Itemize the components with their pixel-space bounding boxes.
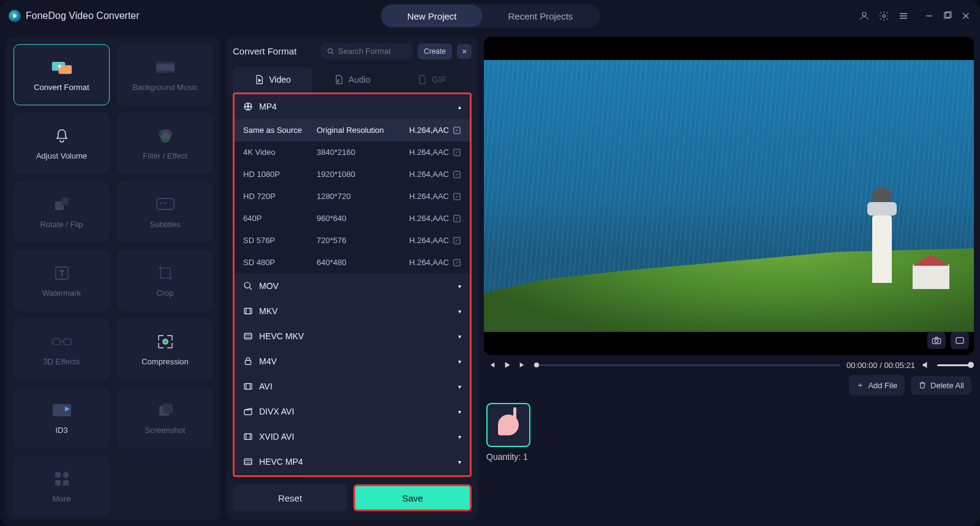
tool-label: Crop [156,288,173,298]
edit-icon[interactable] [453,126,461,135]
edit-icon[interactable] [453,170,461,179]
tool-label: Compression [141,357,189,366]
format-group-divx-avi[interactable]: DIVX AVI▾ [235,399,470,424]
svg-point-30 [247,103,249,105]
tool-rotate-flip[interactable]: Rotate / Flip [13,181,110,242]
format-group-m4v[interactable]: M4V▾ [235,349,470,374]
chevron-down-icon: ▾ [458,358,461,365]
format-list-highlight: MP4 ▴ Same as Source Original Resolution… [233,92,472,477]
preset-row[interactable]: Same as Source Original Resolution H.264… [235,119,470,141]
audio-file-icon [334,75,344,85]
progress-bar[interactable] [534,364,840,366]
svg-point-0 [862,12,866,16]
format-group-hevc-mp4[interactable]: HEVC MP4▾ [235,449,470,475]
snapshot-button[interactable] [927,332,946,349]
delete-all-button[interactable]: Delete All [911,376,971,395]
format-tab-audio[interactable]: Audio [312,67,392,92]
project-tabs: New Project Recent Projects [380,4,600,28]
svg-point-1 [883,15,886,18]
format-group-mp4[interactable]: MP4 ▴ [235,94,470,119]
svg-rect-23 [55,472,61,478]
edit-icon[interactable] [453,192,461,201]
edit-icon[interactable] [453,236,461,245]
next-icon[interactable] [518,360,528,370]
edit-icon[interactable] [453,214,461,223]
preset-row[interactable]: SD 576P720*576H.264,AAC [235,230,470,252]
prev-icon[interactable] [486,360,496,370]
volume-icon[interactable] [921,360,931,370]
tab-new-project[interactable]: New Project [382,5,483,27]
lock-icon [243,356,253,366]
trash-icon [918,381,927,389]
tool-id3[interactable]: ID3 [13,387,110,448]
svg-point-50 [935,339,938,342]
glasses-3d-icon [51,333,73,351]
maximize-icon[interactable] [942,10,953,21]
subtitles-icon [154,195,176,214]
gear-icon[interactable] [878,10,889,21]
play-icon[interactable] [502,360,512,370]
save-button[interactable]: Save [353,484,472,511]
tool-background-music[interactable]: Background Music [117,44,213,105]
video-preview [484,37,974,355]
add-file-button[interactable]: ＋ Add File [849,375,905,396]
tool-filter-effect[interactable]: Filter / Effect [117,113,213,174]
chevron-down-icon: ▾ [458,283,461,290]
svg-rect-24 [62,471,70,479]
tool-label: Rotate / Flip [40,220,83,229]
edit-icon[interactable] [453,258,461,267]
tool-compression[interactable]: Compression [117,318,213,380]
tool-convert-format[interactable]: Convert Format [13,44,110,105]
screenshot-icon [154,401,176,419]
minimize-icon[interactable] [924,10,935,21]
media-thumbnail[interactable] [486,403,530,447]
tool-watermark[interactable]: T Watermark [13,250,110,311]
svg-point-33 [245,106,246,107]
svg-rect-20 [53,404,71,416]
format-group-mov[interactable]: MOV▾ [235,274,470,299]
edit-icon[interactable] [453,148,461,157]
create-button[interactable]: Create [418,43,452,59]
tool-more[interactable]: More [13,456,110,517]
music-film-icon [154,58,176,77]
format-tab-video[interactable]: Video [233,67,312,92]
svg-rect-14 [157,198,174,209]
tool-screenshot[interactable]: Screenshot [117,387,213,448]
preset-row[interactable]: SD 480P640*480H.264,AAC [235,252,470,274]
format-group-hevc-mkv[interactable]: HEVC MKV▾ [235,324,470,349]
tool-label: Convert Format [34,83,89,92]
film-icon [243,331,253,341]
tool-subtitles[interactable]: Subtitles [117,181,213,242]
svg-point-32 [247,108,249,110]
convert-format-icon [51,58,73,77]
format-group-mkv[interactable]: MKV▾ [235,299,470,324]
close-icon[interactable] [960,10,971,21]
title-bar: FoneDog Video Converter New Project Rece… [0,0,980,32]
volume-slider[interactable] [937,364,971,366]
preset-row[interactable]: 640P960*640H.264,AAC [235,208,470,230]
fullscreen-button[interactable] [951,332,969,349]
tool-adjust-volume[interactable]: Adjust Volume [13,113,110,174]
tool-label: 3D Effects [43,357,80,366]
reset-button[interactable]: Reset [233,484,347,511]
format-group-xvid-avi[interactable]: XVID AVI▾ [235,424,470,449]
menu-icon[interactable] [898,10,909,21]
account-icon[interactable] [859,10,870,21]
tool-crop[interactable]: Crop [117,250,213,311]
svg-rect-47 [244,434,252,439]
tab-recent-projects[interactable]: Recent Projects [482,5,598,27]
svg-rect-13 [61,198,69,205]
svg-rect-48 [244,459,252,464]
preset-row[interactable]: 4K Video3840*2160H.264,AAC [235,141,470,163]
format-tab-gif[interactable]: GIF [392,67,472,92]
preset-row[interactable]: HD 720P1280*720H.264,AAC [235,186,470,208]
reel-icon [243,102,253,111]
tool-label: Watermark [42,288,81,298]
format-group-avi[interactable]: AVI▾ [235,374,470,399]
preset-row[interactable]: HD 1080P1920*1080H.264,AAC [235,163,470,186]
watermark-icon: T [51,264,73,282]
close-panel-button[interactable]: × [457,44,472,59]
bell-icon [51,127,73,145]
search-format-input[interactable] [321,43,413,59]
tool-3d-effects[interactable]: 3D Effects [13,318,110,380]
